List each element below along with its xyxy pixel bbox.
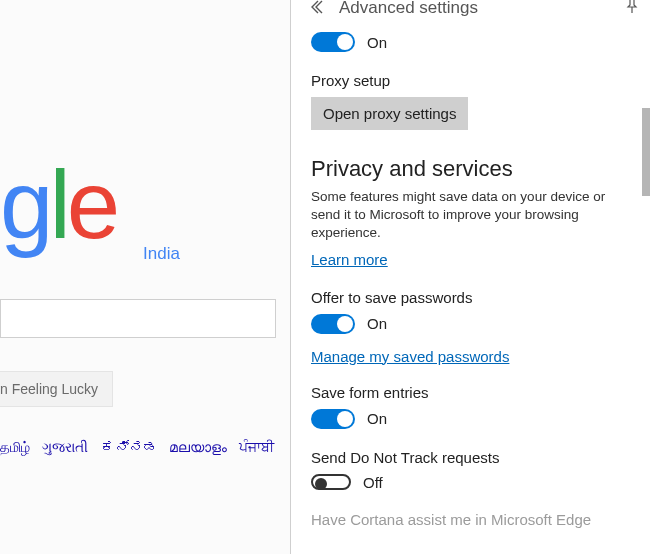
save-passwords-label: Offer to save passwords [311,289,630,306]
search-input[interactable] [0,299,276,338]
chevron-left-icon [309,0,323,14]
pin-icon [624,0,640,14]
lang-link[interactable]: ಕನ್ನಡ [100,439,157,455]
scrollbar-thumb[interactable] [642,108,650,196]
form-entries-state: On [367,410,387,427]
panel-title: Advanced settings [339,0,478,18]
lang-link[interactable]: ਪੰਜਾਬੀ [239,439,274,455]
open-proxy-settings-button[interactable]: Open proxy settings [311,97,468,130]
top-toggle-state: On [367,34,387,51]
google-logo: gle [0,150,116,260]
dnt-label: Send Do Not Track requests [311,449,630,466]
save-passwords-state: On [367,315,387,332]
proxy-setup-label: Proxy setup [311,72,630,89]
save-passwords-toggle[interactable] [311,314,355,334]
pin-button[interactable] [624,0,640,18]
lang-link[interactable]: தமிழ் [0,439,30,455]
logo-letter-g: g [0,151,49,258]
advanced-settings-panel: Advanced settings On Proxy setup Open pr… [290,0,650,554]
privacy-heading: Privacy and services [311,156,630,182]
logo-letter-e: e [67,151,116,258]
language-links: தமிழ் ગુજરાતી ಕನ್ನಡ മലയാളം ਪੰਜਾਬੀ [0,439,282,456]
privacy-description: Some features might save data on your de… [311,188,630,243]
manage-passwords-link[interactable]: Manage my saved passwords [311,348,509,365]
google-region-label: India [143,244,180,264]
logo-letter-l: l [49,151,66,258]
dnt-state: Off [363,474,383,491]
top-toggle[interactable] [311,32,355,52]
back-button[interactable] [309,0,323,17]
lang-link[interactable]: ગુજરાતી [42,439,88,455]
dnt-toggle[interactable] [311,474,351,490]
form-entries-label: Save form entries [311,384,630,401]
form-entries-toggle[interactable] [311,409,355,429]
learn-more-link[interactable]: Learn more [311,251,388,268]
lang-link[interactable]: മലയാളം [169,439,227,455]
feeling-lucky-button[interactable]: n Feeling Lucky [0,371,113,407]
cortana-label: Have Cortana assist me in Microsoft Edge [311,511,630,528]
